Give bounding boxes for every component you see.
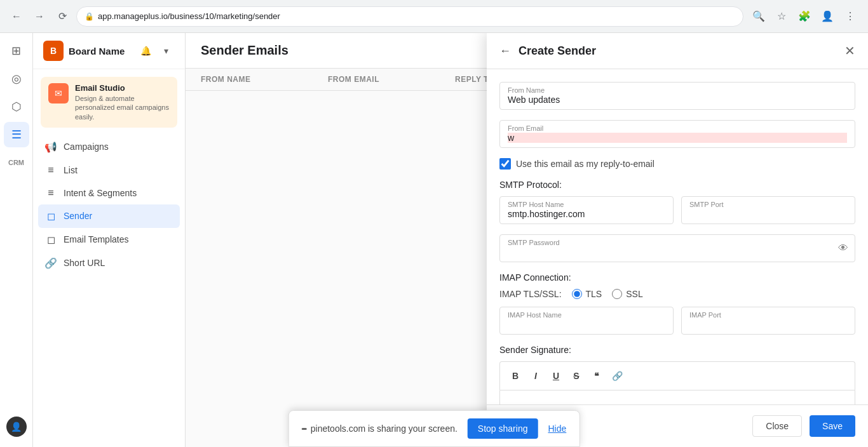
rail-nodes[interactable]: ⬡	[4, 94, 29, 119]
imap-port-field: IMAP Port	[681, 307, 855, 335]
main-content: Sender Emails FROM NAME FROM EMAIL REPLY…	[186, 33, 868, 447]
imap-port-input[interactable]	[689, 319, 847, 330]
underline-button[interactable]: U	[547, 367, 565, 385]
ssl-option[interactable]: SSL	[612, 289, 642, 299]
stop-sharing-button[interactable]: Stop sharing	[468, 418, 538, 439]
from-email-label: From Email	[508, 124, 543, 132]
imap-section-label: IMAP Connection:	[499, 272, 855, 283]
imap-host-input[interactable]	[508, 319, 665, 330]
col-from-name: FROM NAME	[201, 75, 328, 84]
smtp-host-group: SMTP Host Name	[499, 196, 674, 224]
signature-input[interactable]	[499, 390, 855, 404]
ssl-radio[interactable]	[612, 289, 622, 299]
forward-button[interactable]: →	[31, 8, 48, 25]
email-templates-label: Email Templates	[64, 234, 128, 244]
sender-icon: ◻	[44, 210, 57, 222]
email-studio-card: ✉ Email Studio Design & automate persona…	[41, 77, 177, 128]
email-studio-icon: ✉	[48, 83, 69, 103]
link-button[interactable]: 🔗	[608, 367, 626, 385]
rail-crm[interactable]: CRM	[4, 150, 29, 175]
from-email-input[interactable]	[508, 133, 847, 143]
sidebar-item-list[interactable]: ≡ List	[38, 159, 180, 182]
ssl-label: SSL	[626, 289, 642, 299]
col-from-email: FROM EMAIL	[328, 75, 455, 84]
campaigns-icon: 📢	[44, 141, 57, 153]
tls-option[interactable]: TLS	[572, 289, 602, 299]
menu-button[interactable]: ⋮	[840, 6, 860, 27]
sidebar-item-campaigns[interactable]: 📢 Campaigns	[38, 135, 180, 159]
rail-marketing[interactable]: ☰	[4, 122, 29, 147]
icon-rail: ⊞ ◎ ⬡ ☰ CRM 👤	[0, 33, 33, 447]
sharing-indicator: pinetools.com is sharing your screen.	[302, 424, 458, 434]
panel-back-button[interactable]: ←	[499, 44, 511, 58]
smtp-password-field: SMTP Password 👁	[499, 234, 855, 262]
imap-host-label: IMAP Host Name	[508, 311, 562, 319]
profile-button[interactable]: 👤	[817, 6, 837, 27]
italic-button[interactable]: I	[527, 367, 545, 385]
from-name-field: From Name	[499, 82, 855, 110]
blockquote-button[interactable]: ❝	[588, 367, 606, 385]
rail-analytics[interactable]: ◎	[4, 66, 29, 91]
sharing-dot	[302, 428, 307, 430]
intent-segments-icon: ≡	[44, 187, 57, 199]
smtp-port-input[interactable]	[689, 209, 847, 219]
imap-tls-ssl-label: IMAP TLS/SSL:	[499, 289, 562, 299]
smtp-password-group: SMTP Password 👁	[499, 234, 855, 262]
rail-home[interactable]: ⊞	[4, 38, 29, 63]
user-avatar[interactable]: 👤	[6, 417, 27, 437]
hide-button[interactable]: Hide	[548, 424, 566, 434]
close-button[interactable]: Close	[752, 415, 802, 437]
url-bar[interactable]: 🔒 app.manageplus.io/business/10/marketin…	[76, 6, 743, 27]
bookmark-button[interactable]: ☆	[771, 6, 792, 27]
extension-button[interactable]: 🧩	[794, 6, 815, 27]
smtp-password-input[interactable]	[508, 247, 829, 257]
signature-group: B I U S ❝ 🔗	[499, 361, 855, 404]
imap-tls-ssl-row: IMAP TLS/SSL: TLS SSL	[499, 289, 855, 299]
sidebar-item-intent-segments[interactable]: ≡ Intent & Segments	[38, 182, 180, 204]
smtp-port-group: SMTP Port	[681, 196, 855, 224]
sidebar-header-actions: 🔔 ▾	[137, 42, 175, 60]
from-email-group: From Email	[499, 120, 855, 148]
signature-section-label: Sender Signature:	[499, 345, 855, 355]
sidebar-item-email-templates[interactable]: ◻ Email Templates	[38, 228, 180, 251]
reply-to-checkbox[interactable]	[499, 158, 511, 170]
password-toggle-button[interactable]: 👁	[838, 243, 848, 254]
refresh-button[interactable]: ⟳	[53, 8, 71, 25]
bold-button[interactable]: B	[506, 367, 524, 385]
smtp-row: SMTP Host Name SMTP Port	[499, 196, 855, 234]
signature-toolbar: B I U S ❝ 🔗	[499, 361, 855, 390]
list-icon: ≡	[44, 164, 57, 176]
smtp-port-label: SMTP Port	[689, 201, 724, 208]
from-name-input[interactable]	[508, 95, 847, 105]
zoom-button[interactable]: 🔍	[749, 6, 769, 27]
email-studio-desc: Design & automate personalized email cam…	[75, 94, 170, 121]
smtp-host-input[interactable]	[508, 209, 665, 219]
board-name: Board Name	[69, 46, 125, 57]
sidebar-logo: B	[43, 41, 64, 61]
smtp-port-field: SMTP Port	[681, 196, 855, 224]
strikethrough-button[interactable]: S	[567, 367, 585, 385]
intent-segments-label: Intent & Segments	[64, 188, 137, 198]
reply-to-checkbox-row: Use this email as my reply-to-email	[499, 158, 855, 170]
tls-radio[interactable]	[572, 289, 582, 299]
panel-body: From Name From Email Use this email as m…	[487, 69, 868, 404]
save-button[interactable]: Save	[810, 415, 855, 437]
sidebar-header: B Board Name 🔔 ▾	[33, 33, 185, 69]
imap-row: IMAP Host Name IMAP Port	[499, 307, 855, 345]
sender-label: Sender	[64, 211, 92, 221]
sidebar-item-sender[interactable]: ◻ Sender	[38, 204, 180, 228]
panel-close-button[interactable]: ✕	[844, 43, 855, 58]
back-button[interactable]: ←	[8, 8, 25, 25]
notifications-button[interactable]: 🔔	[137, 42, 154, 60]
nav-section: 📢 Campaigns ≡ List ≡ Intent & Segments ◻…	[33, 135, 185, 275]
imap-host-group: IMAP Host Name	[499, 307, 674, 335]
sidebar-item-short-url[interactable]: 🔗 Short URL	[38, 251, 180, 275]
tls-label: TLS	[586, 289, 602, 299]
browser-chrome: ← → ⟳ 🔒 app.manageplus.io/business/10/ma…	[0, 0, 868, 33]
email-studio-text: Email Studio Design & automate personali…	[75, 83, 170, 121]
chevron-down-icon[interactable]: ▾	[157, 42, 175, 60]
smtp-section-label: SMTP Protocol:	[499, 180, 855, 190]
campaigns-label: Campaigns	[64, 142, 109, 152]
lock-icon: 🔒	[85, 12, 94, 21]
smtp-password-label: SMTP Password	[508, 239, 560, 246]
